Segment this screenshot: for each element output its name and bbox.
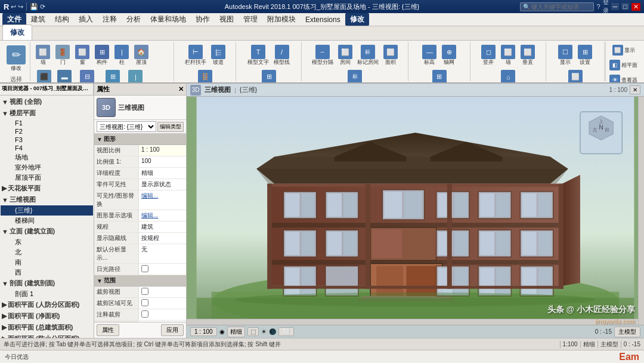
ribbon-btn-ceiling[interactable]: ⬛天花板 <box>33 68 54 84</box>
tree-views-all[interactable]: ▼视图 (全部) <box>1 96 93 107</box>
ribbon-btn-display-options[interactable]: ⬜显示 <box>606 43 642 57</box>
ribbon-btn-room-sep[interactable]: ─模型分隔 <box>310 43 335 67</box>
tree-area-net[interactable]: ▶面积平面 (净面积) <box>1 310 93 322</box>
edit-type-button[interactable]: 编辑类型 <box>157 122 184 132</box>
view-scale-button[interactable]: 1 : 100 <box>190 327 217 336</box>
login-icon[interactable]: 登录 <box>603 0 609 15</box>
ribbon-btn-room[interactable]: ⬜房间 <box>336 43 355 67</box>
ribbon-btn-column[interactable]: |柱 <box>112 43 131 67</box>
ribbon-btn-curtain-system[interactable]: ⊟幕墙系统 <box>75 68 100 84</box>
props-val-crop[interactable] <box>139 287 186 297</box>
ribbon-btn-area[interactable]: ⬜面积 <box>381 43 400 67</box>
tree-item-f1[interactable]: F1 <box>1 119 93 127</box>
tree-item-west[interactable]: 西 <box>1 267 93 278</box>
tree-elevations[interactable]: ▼立面 (建筑立面) <box>1 226 93 237</box>
menu-structure[interactable]: 结构 <box>50 13 74 26</box>
ribbon-btn-level[interactable]: —标高 <box>420 43 439 67</box>
menu-file[interactable]: 文件 <box>2 13 26 26</box>
menu-collaborate[interactable]: 协作 <box>191 13 215 26</box>
props-properties-button[interactable]: 属性 <box>97 324 119 336</box>
tab-modify[interactable]: 修改 <box>2 24 32 40</box>
menu-annotate[interactable]: 注释 <box>98 13 122 26</box>
ribbon-btn-ref-plane[interactable]: ⊞参照平面 <box>427 68 452 84</box>
props-val-detail[interactable]: 精细 <box>139 168 186 179</box>
ribbon-btn-workplane-viewer[interactable]: ⬜查看器 <box>565 68 586 84</box>
ribbon-btn-vertical-opening[interactable]: ⬜垂直 <box>518 43 537 67</box>
tree-item-f4[interactable]: F4 <box>1 144 93 152</box>
ribbon-btn-tag-area[interactable]: 标标记面积 <box>342 68 367 84</box>
tree-sections[interactable]: ▼剖面 (建筑剖面) <box>1 278 93 289</box>
props-apply-button[interactable]: 应用 <box>161 324 184 336</box>
tree-area-total[interactable]: ▶面积平面 (总建筑面积) <box>1 322 93 333</box>
menu-architecture[interactable]: 建筑 <box>26 13 50 26</box>
tree-area-fire[interactable]: ▶面积平面 (防火分区面积) <box>1 333 93 338</box>
maximize-button[interactable]: □ <box>621 3 629 10</box>
tree-ceiling-plans[interactable]: ▶天花板平面 <box>1 183 93 194</box>
menu-analyze[interactable]: 分析 <box>122 13 145 26</box>
panel-tab-browser[interactable]: 项目浏览器 - 007练习_别墅屋面及场地 × <box>0 84 94 95</box>
view-detail-button[interactable]: 精细 <box>227 327 245 337</box>
tree-item-f3[interactable]: F3 <box>1 136 93 144</box>
props-val-sun[interactable] <box>139 264 186 275</box>
ribbon-btn-ramp[interactable]: ⬱坡道 <box>209 43 228 67</box>
tree-item-outdoor[interactable]: 室外地坪 <box>1 162 93 173</box>
view-shadow-icon[interactable]: 🌑 <box>269 328 276 335</box>
menu-view[interactable]: 视图 <box>215 13 239 26</box>
ribbon-btn-component[interactable]: ⊞构件 <box>92 43 112 67</box>
tree-area-civil[interactable]: ▶面积平面 (人防分区面积) <box>1 299 93 310</box>
ribbon-btn-wall-opening[interactable]: ⬜墙 <box>499 43 518 67</box>
tree-floor-plans[interactable]: ▼楼层平面 <box>1 107 93 119</box>
tree-item-f2[interactable]: F2 <box>1 127 93 136</box>
ribbon-btn-shaft[interactable]: ◻竖井 <box>479 43 498 67</box>
view-type-select[interactable]: 三维视图: {三维} <box>97 121 156 132</box>
menu-addins[interactable]: 附加模块 <box>262 13 301 26</box>
props-val-ann-crop[interactable] <box>139 309 186 320</box>
view-scrollbar-h[interactable] <box>187 319 638 325</box>
tree-item-north[interactable]: 北 <box>1 247 93 257</box>
props-val-gdisplay[interactable]: 编辑... <box>139 210 186 221</box>
view-close-button[interactable]: ✕ <box>630 85 640 94</box>
close-button[interactable]: ✕ <box>631 3 640 11</box>
ribbon-btn-door[interactable]: 🚪门 <box>53 43 72 67</box>
ribbon-btn-model-line[interactable]: /模型线 <box>271 43 292 67</box>
ribbon-btn-railing[interactable]: ⊢栏杆扶手 <box>183 43 208 67</box>
properties-close-icon[interactable]: ✕ <box>178 85 184 93</box>
search-box[interactable]: 🔍 <box>520 2 594 11</box>
ribbon-btn-model-text[interactable]: T模型文字 <box>246 43 271 67</box>
qat-sync-icon[interactable]: ⟳ <box>40 3 45 11</box>
view-sun-icon[interactable]: ☀ <box>261 328 267 335</box>
tree-item-east[interactable]: 东 <box>1 237 93 247</box>
ribbon-btn-stairs[interactable]: 🪜楼梯 <box>196 68 215 84</box>
ribbon-btn-grid[interactable]: ⊕轴网 <box>439 43 459 67</box>
tree-item-roof-plan[interactable]: 屋顶平面 <box>1 173 93 183</box>
ribbon-btn-floor[interactable]: ▬楼板 <box>55 68 74 84</box>
ribbon-btn-dormer[interactable]: ⌂老虎窗 <box>498 68 519 84</box>
tree-item-stair-view[interactable]: 楼梯间 <box>1 216 93 226</box>
tree-item-south[interactable]: 南 <box>1 257 93 267</box>
menu-massing[interactable]: 体量和场地 <box>145 13 191 26</box>
tree-item-3d-default[interactable]: {三维} <box>1 205 93 216</box>
view-crop-button[interactable]: ⬜ <box>278 327 294 336</box>
ribbon-btn-wall[interactable]: ⬜墙 <box>33 43 52 67</box>
ribbon-btn-half-view[interactable]: ◧相平面 <box>606 58 642 72</box>
ribbon-btn-modify[interactable]: ✏ 修改 <box>3 43 29 74</box>
view-area[interactable]: 3D 三维视图 | {三维} 1 : 100 ✕ <box>187 84 644 338</box>
tree-item-section1[interactable]: 剖面 1 <box>1 289 93 299</box>
tree-item-site[interactable]: 场地 <box>1 152 93 162</box>
ribbon-btn-window[interactable]: ⬜窗 <box>73 43 92 67</box>
view-model-button[interactable]: 主模型 <box>614 327 640 337</box>
ribbon-btn-view-viewer[interactable]: 👁查看器 <box>606 73 642 84</box>
menu-extensions[interactable]: Extensions <box>301 14 345 25</box>
ribbon-btn-model-group[interactable]: ⊞模型组 <box>259 68 280 84</box>
search-input[interactable] <box>531 4 591 10</box>
ribbon-btn-set-workplane[interactable]: ⊞设置 <box>575 43 595 67</box>
menu-insert[interactable]: 插入 <box>74 13 98 26</box>
props-val-crop-vis[interactable] <box>139 298 186 309</box>
ribbon-btn-curtain-grid[interactable]: ⊞幕墙网格 <box>100 68 125 84</box>
ribbon-btn-roof[interactable]: 🏠屋顶 <box>132 43 151 67</box>
qat-save-icon[interactable]: 💾 <box>30 3 38 11</box>
props-val-vis[interactable]: 编辑... <box>139 190 186 210</box>
ribbon-btn-show-workplane[interactable]: ☐显示 <box>556 43 575 67</box>
menu-modify[interactable]: 修改 <box>345 13 369 26</box>
qat-redo-icon[interactable]: ↪ <box>18 3 23 11</box>
